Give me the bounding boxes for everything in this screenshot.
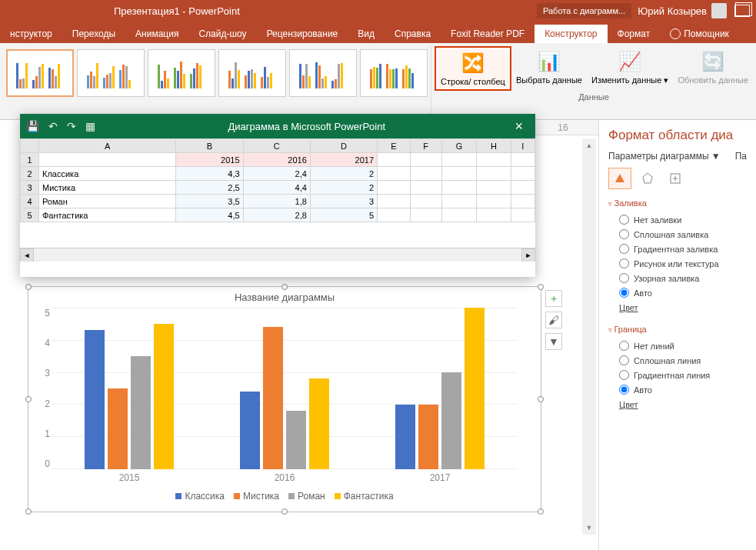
cell[interactable]: 3 bbox=[310, 195, 377, 208]
cell[interactable]: 4,5 bbox=[176, 208, 243, 222]
cell[interactable] bbox=[410, 181, 441, 195]
resize-handle[interactable] bbox=[538, 396, 544, 402]
tab-help[interactable]: Помощник bbox=[660, 25, 739, 43]
cell[interactable]: 2,5 bbox=[176, 181, 243, 195]
slide-scrollbar[interactable]: ▲ ▼ bbox=[582, 138, 596, 535]
legend-item[interactable]: Классика bbox=[175, 491, 225, 502]
radio-option[interactable]: Авто bbox=[608, 285, 747, 300]
chart-styles-button[interactable]: 🖌 bbox=[545, 312, 562, 328]
cell[interactable] bbox=[410, 208, 441, 222]
chart-tools-label[interactable]: Работа с диаграмм... bbox=[537, 3, 631, 18]
resize-handle[interactable] bbox=[25, 396, 32, 402]
resize-handle[interactable] bbox=[538, 508, 544, 515]
cell[interactable] bbox=[410, 195, 441, 208]
chart-style-6[interactable] bbox=[360, 49, 428, 97]
col-header[interactable]: G bbox=[441, 139, 477, 153]
tab-foxit reader pdf[interactable]: Foxit Reader PDF bbox=[441, 25, 535, 43]
radio-option[interactable]: Узорная заливка bbox=[608, 271, 747, 285]
cell[interactable]: 2,8 bbox=[243, 208, 310, 222]
col-header[interactable]: I bbox=[511, 139, 535, 153]
bar-group[interactable] bbox=[395, 308, 485, 469]
text-options[interactable]: Па bbox=[735, 151, 747, 162]
format-pane[interactable]: Формат области диа Параметры диаграммы ▼… bbox=[598, 120, 756, 550]
chart-styles-gallery[interactable] bbox=[0, 46, 431, 116]
radio-option[interactable]: Градиентная заливка bbox=[608, 242, 747, 256]
sheet-scrollbar[interactable]: ◄ ► bbox=[20, 248, 535, 262]
excel-data-window[interactable]: 💾 ↶ ↷ ▦ Диаграмма в Microsoft PowerPoint… bbox=[20, 114, 535, 277]
chart-style-5[interactable] bbox=[289, 49, 357, 97]
excel-titlebar[interactable]: 💾 ↶ ↷ ▦ Диаграмма в Microsoft PowerPoint… bbox=[20, 114, 535, 138]
cell[interactable] bbox=[477, 195, 511, 208]
radio-option[interactable]: Нет линий bbox=[608, 338, 747, 353]
cell[interactable] bbox=[511, 195, 535, 208]
tab-конструктор[interactable]: Конструктор bbox=[535, 25, 607, 43]
fill-section-title[interactable]: Заливка bbox=[608, 198, 747, 208]
radio-option[interactable]: Градиентная линия bbox=[608, 368, 747, 382]
cell[interactable]: Классика bbox=[39, 167, 176, 181]
edit-data-button[interactable]: 📈 Изменить данные ▾ bbox=[587, 46, 673, 91]
border-color-link[interactable]: Цвет bbox=[608, 397, 747, 412]
bar[interactable] bbox=[395, 405, 415, 469]
resize-handle[interactable] bbox=[25, 508, 32, 515]
tab-рецензирование[interactable]: Рецензирование bbox=[257, 25, 348, 43]
row-header[interactable]: 3 bbox=[21, 181, 39, 195]
resize-handle[interactable] bbox=[538, 284, 544, 290]
radio-option[interactable]: Сплошная линия bbox=[608, 353, 747, 368]
bar[interactable] bbox=[263, 327, 283, 469]
cell[interactable] bbox=[441, 208, 477, 222]
col-header[interactable]: D bbox=[310, 139, 377, 153]
cell[interactable]: 2015 bbox=[176, 153, 243, 167]
cell[interactable] bbox=[378, 153, 411, 167]
spreadsheet[interactable]: ABCDEFGHI12015201620172Классика4,32,423М… bbox=[20, 138, 535, 262]
cell[interactable]: 2016 bbox=[243, 153, 310, 167]
legend-item[interactable]: Мистика bbox=[234, 491, 279, 502]
cell[interactable]: Мистика bbox=[39, 181, 176, 195]
size-properties-icon[interactable] bbox=[664, 168, 687, 189]
row-header[interactable]: 1 bbox=[21, 153, 39, 167]
avatar[interactable] bbox=[711, 3, 727, 18]
cell[interactable] bbox=[477, 181, 511, 195]
tab-слайд-шоу[interactable]: Слайд-шоу bbox=[188, 25, 256, 43]
chart-object[interactable]: Название диаграммы 012345 201520162017 К… bbox=[28, 286, 541, 512]
chart-title[interactable]: Название диаграммы bbox=[28, 287, 541, 308]
resize-handle[interactable] bbox=[281, 284, 288, 290]
effects-icon[interactable] bbox=[636, 168, 659, 189]
radio-option[interactable]: Рисунок или текстура bbox=[608, 256, 747, 271]
cell[interactable]: 1,8 bbox=[243, 195, 310, 208]
col-header[interactable]: C bbox=[243, 139, 310, 153]
bar-group[interactable] bbox=[85, 308, 174, 469]
col-header[interactable]: H bbox=[477, 139, 511, 153]
tab-вид[interactable]: Вид bbox=[348, 25, 385, 43]
cell[interactable]: 4,3 bbox=[176, 167, 243, 181]
cell[interactable] bbox=[477, 153, 511, 167]
bar[interactable] bbox=[441, 372, 461, 469]
cell[interactable] bbox=[410, 153, 441, 167]
chart-elements-button[interactable]: + bbox=[545, 290, 562, 307]
fill-color-link[interactable]: Цвет bbox=[608, 300, 747, 315]
radio-option[interactable]: Нет заливки bbox=[608, 212, 747, 227]
tab-формат[interactable]: Формат bbox=[608, 25, 661, 43]
chart-plot-area[interactable]: 012345 bbox=[52, 308, 518, 469]
bar-group[interactable] bbox=[240, 308, 329, 469]
bar[interactable] bbox=[418, 405, 438, 469]
chart-filters-button[interactable]: ▼ bbox=[545, 333, 562, 350]
resize-handle[interactable] bbox=[25, 284, 32, 290]
row-header[interactable]: 4 bbox=[21, 195, 39, 208]
bar[interactable] bbox=[286, 411, 306, 469]
legend-item[interactable]: Фантастика bbox=[335, 491, 394, 502]
resize-handle[interactable] bbox=[281, 508, 288, 515]
cell[interactable] bbox=[511, 181, 535, 195]
cell[interactable]: 5 bbox=[310, 208, 377, 222]
chart-legend[interactable]: КлассикаМистикаРоманФантастика bbox=[28, 491, 541, 502]
col-header[interactable]: A bbox=[39, 139, 176, 153]
row-header[interactable]: 2 bbox=[21, 167, 39, 181]
border-section-title[interactable]: Граница bbox=[608, 325, 747, 334]
cell[interactable] bbox=[511, 167, 535, 181]
tab-нструктор[interactable]: нструктор bbox=[0, 25, 62, 43]
cell[interactable]: Фантастика bbox=[39, 208, 176, 222]
chart-bars[interactable] bbox=[52, 308, 518, 469]
cell[interactable]: 2017 bbox=[310, 153, 377, 167]
cell[interactable] bbox=[441, 153, 477, 167]
bar[interactable] bbox=[240, 392, 260, 469]
radio-option[interactable]: Сплошная заливка bbox=[608, 227, 747, 242]
